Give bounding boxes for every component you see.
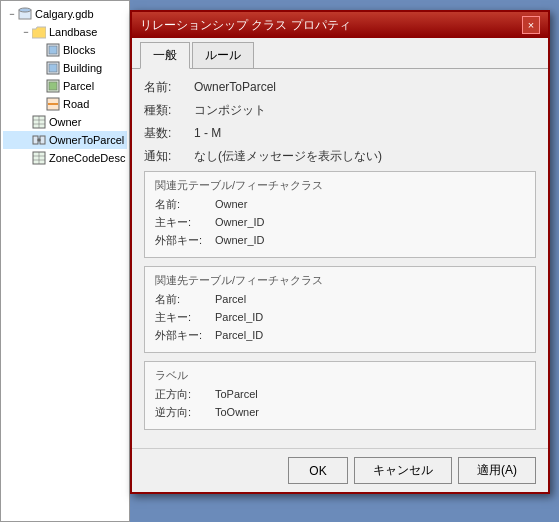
tab-rules[interactable]: ルール bbox=[192, 42, 254, 68]
expand-icon-landbase: − bbox=[21, 27, 31, 37]
blocks-label: Blocks bbox=[63, 44, 95, 56]
source-name-row: 名前: Owner bbox=[155, 197, 525, 212]
dialog-content: 名前: OwnerToParcel 種類: コンポジット 基数: 1 - M 通… bbox=[132, 69, 548, 448]
source-fk-value: Owner_ID bbox=[215, 234, 265, 246]
label-section: ラベル 正方向: ToParcel 逆方向: ToOwner bbox=[144, 361, 536, 430]
base-value: 1 - M bbox=[194, 126, 221, 140]
calgary-gdb-label: Calgary.gdb bbox=[35, 8, 94, 20]
fc-icon-parcel bbox=[45, 78, 61, 94]
tree-item-building[interactable]: Building bbox=[3, 59, 127, 77]
backward-value: ToOwner bbox=[215, 406, 259, 418]
type-row: 種類: コンポジット bbox=[144, 102, 536, 119]
dest-pk-row: 主キー: Parcel_ID bbox=[155, 310, 525, 325]
parcel-label: Parcel bbox=[63, 80, 94, 92]
gdb-icon bbox=[17, 6, 33, 22]
source-section: 関連元テーブル/フィーチャクラス 名前: Owner 主キー: Owner_ID… bbox=[144, 171, 536, 258]
fc-icon-building bbox=[45, 60, 61, 76]
close-button[interactable]: × bbox=[522, 16, 540, 34]
base-label: 基数: bbox=[144, 125, 194, 142]
notify-label: 通知: bbox=[144, 148, 194, 165]
svg-rect-5 bbox=[49, 64, 57, 72]
type-value: コンポジット bbox=[194, 102, 266, 119]
road-label: Road bbox=[63, 98, 89, 110]
cancel-button[interactable]: キャンセル bbox=[354, 457, 452, 484]
folder-icon-landbase bbox=[31, 24, 47, 40]
file-tree: − Calgary.gdb − Landbase bbox=[0, 0, 130, 522]
dest-fk-value: Parcel_ID bbox=[215, 329, 263, 341]
dest-section-title: 関連先テーブル/フィーチャクラス bbox=[155, 273, 525, 288]
dest-section: 関連先テーブル/フィーチャクラス 名前: Parcel 主キー: Parcel_… bbox=[144, 266, 536, 353]
dest-pk-value: Parcel_ID bbox=[215, 311, 263, 323]
source-fk-row: 外部キー: Owner_ID bbox=[155, 233, 525, 248]
forward-label: 正方向: bbox=[155, 387, 215, 402]
tree-item-owner[interactable]: Owner bbox=[3, 113, 127, 131]
source-fk-label: 外部キー: bbox=[155, 233, 215, 248]
landbase-label: Landbase bbox=[49, 26, 97, 38]
source-pk-label: 主キー: bbox=[155, 215, 215, 230]
relationship-dialog: リレーションシップ クラス プロパティ × 一般 ルール 名前: OwnerTo… bbox=[130, 10, 550, 494]
name-value: OwnerToParcel bbox=[194, 80, 276, 94]
svg-rect-7 bbox=[49, 82, 57, 90]
dialog-titlebar: リレーションシップ クラス プロパティ × bbox=[132, 12, 548, 38]
source-section-title: 関連元テーブル/フィーチャクラス bbox=[155, 178, 525, 193]
owner-label: Owner bbox=[49, 116, 81, 128]
apply-button[interactable]: 適用(A) bbox=[458, 457, 536, 484]
building-label: Building bbox=[63, 62, 102, 74]
fc-icon-blocks bbox=[45, 42, 61, 58]
rel-icon-ownertoparcel bbox=[31, 132, 47, 148]
dest-name-label: 名前: bbox=[155, 292, 215, 307]
tree-item-zonecodedesc[interactable]: ZoneCodeDesc bbox=[3, 149, 127, 167]
zonecodedesc-label: ZoneCodeDesc bbox=[49, 152, 125, 164]
tree-item-road[interactable]: Road bbox=[3, 95, 127, 113]
dest-name-row: 名前: Parcel bbox=[155, 292, 525, 307]
tree-item-parcel[interactable]: Parcel bbox=[3, 77, 127, 95]
svg-rect-3 bbox=[49, 46, 57, 54]
source-name-value: Owner bbox=[215, 198, 247, 210]
dest-pk-label: 主キー: bbox=[155, 310, 215, 325]
notify-value: なし(伝達メッセージを表示しない) bbox=[194, 148, 382, 165]
fc-icon-road bbox=[45, 96, 61, 112]
dialog-title: リレーションシップ クラス プロパティ bbox=[140, 17, 351, 34]
source-pk-value: Owner_ID bbox=[215, 216, 265, 228]
name-label: 名前: bbox=[144, 79, 194, 96]
dest-fk-label: 外部キー: bbox=[155, 328, 215, 343]
forward-value: ToParcel bbox=[215, 388, 258, 400]
ok-button[interactable]: OK bbox=[288, 457, 348, 484]
backward-label: 逆方向: bbox=[155, 405, 215, 420]
tab-bar: 一般 ルール bbox=[132, 38, 548, 69]
dest-name-value: Parcel bbox=[215, 293, 246, 305]
base-row: 基数: 1 - M bbox=[144, 125, 536, 142]
expand-icon-calgary: − bbox=[7, 9, 17, 19]
tree-item-ownertoparcel[interactable]: OwnerToParcel bbox=[3, 131, 127, 149]
tab-general[interactable]: 一般 bbox=[140, 42, 190, 69]
tree-item-blocks[interactable]: Blocks bbox=[3, 41, 127, 59]
type-label: 種類: bbox=[144, 102, 194, 119]
backward-row: 逆方向: ToOwner bbox=[155, 405, 525, 420]
svg-point-1 bbox=[19, 8, 31, 12]
tree-item-calgary-gdb[interactable]: − Calgary.gdb bbox=[3, 5, 127, 23]
ownertoparcel-label: OwnerToParcel bbox=[49, 134, 124, 146]
table-icon-owner bbox=[31, 114, 47, 130]
dest-fk-row: 外部キー: Parcel_ID bbox=[155, 328, 525, 343]
source-pk-row: 主キー: Owner_ID bbox=[155, 215, 525, 230]
table-icon-zonecodedesc bbox=[31, 150, 47, 166]
forward-row: 正方向: ToParcel bbox=[155, 387, 525, 402]
source-name-label: 名前: bbox=[155, 197, 215, 212]
notify-row: 通知: なし(伝達メッセージを表示しない) bbox=[144, 148, 536, 165]
dialog-footer: OK キャンセル 適用(A) bbox=[132, 448, 548, 492]
name-row: 名前: OwnerToParcel bbox=[144, 79, 536, 96]
label-section-title: ラベル bbox=[155, 368, 525, 383]
tree-item-landbase[interactable]: − Landbase bbox=[3, 23, 127, 41]
